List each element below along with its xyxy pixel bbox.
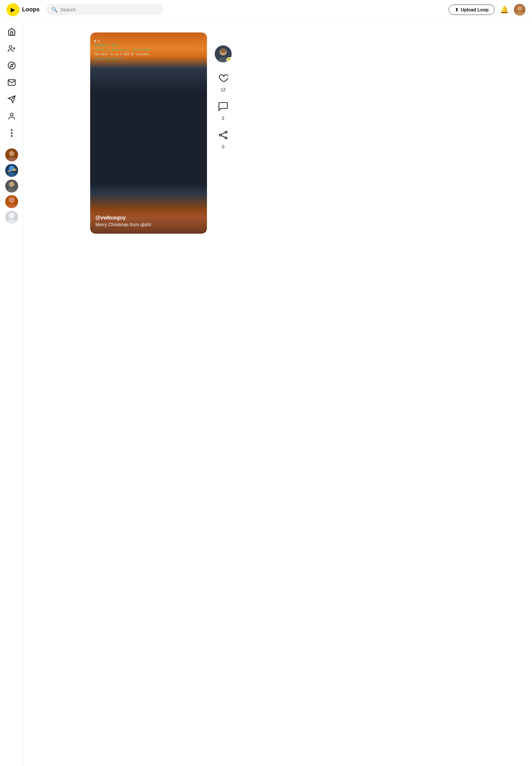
terminal-line-5: connected with 9 <box>94 56 150 61</box>
svg-point-21 <box>7 170 11 172</box>
search-icon: 🔍 <box>51 6 58 13</box>
video-username[interactable]: @vwbusguy <box>95 215 151 221</box>
sidebar-add-user[interactable] <box>5 42 19 56</box>
sidebar-profile[interactable] <box>5 109 19 123</box>
svg-point-11 <box>11 129 12 131</box>
svg-point-6 <box>8 62 15 69</box>
svg-point-29 <box>9 197 14 202</box>
sidebar-more[interactable] <box>5 126 19 140</box>
side-actions: + 12 2 <box>215 32 232 234</box>
story-avatar-1[interactable] <box>5 148 18 161</box>
sidebar-send[interactable] <box>5 92 19 106</box>
story-avatar-2[interactable] <box>5 164 18 177</box>
terminal-line-1: ● 9 <box>94 39 150 43</box>
svg-line-42 <box>221 136 225 138</box>
svg-point-10 <box>10 113 13 116</box>
svg-point-19 <box>8 172 16 176</box>
svg-point-25 <box>9 182 14 186</box>
story-avatar-4[interactable] <box>5 195 18 208</box>
svg-point-13 <box>11 135 12 137</box>
terminal-line-4: The best to go 5 650 97 seconds. <box>94 52 150 57</box>
story-avatar-5[interactable] <box>5 211 18 224</box>
share-button[interactable] <box>215 127 231 143</box>
main-content: ● 9 RUNNING 1 550. Listen to good music,… <box>23 19 298 247</box>
follow-dot: + <box>226 57 232 62</box>
svg-point-37 <box>220 48 226 53</box>
sidebar <box>0 19 23 383</box>
like-count: 12 <box>221 87 226 92</box>
svg-point-39 <box>219 134 221 136</box>
comment-count: 2 <box>222 115 224 121</box>
search-input[interactable] <box>60 7 158 12</box>
story-avatar-3[interactable] <box>5 179 18 192</box>
svg-line-41 <box>221 133 225 135</box>
comment-button[interactable] <box>215 99 231 114</box>
terminal-overlay: ● 9 RUNNING 1 550. Listen to good music,… <box>94 39 150 61</box>
comment-action: 2 <box>215 99 231 121</box>
sidebar-home[interactable] <box>5 25 19 39</box>
svg-point-15 <box>9 151 14 156</box>
share-count: 0 <box>222 144 224 149</box>
svg-point-40 <box>225 137 227 139</box>
terminal-line-3: Listen to good music, good games <box>94 48 150 52</box>
video-card: ● 9 RUNNING 1 550. Listen to good music,… <box>90 32 207 234</box>
header: ▶ Loops 🔍 ⬆ Upload Loop 🔔 <box>0 0 298 19</box>
svg-marker-7 <box>10 64 13 67</box>
sidebar-mail[interactable] <box>5 75 19 90</box>
logo-area[interactable]: ▶ Loops <box>6 3 40 16</box>
svg-point-20 <box>12 168 17 171</box>
svg-point-3 <box>9 45 12 48</box>
creator-avatar[interactable]: + <box>215 45 232 62</box>
search-area[interactable]: 🔍 <box>46 4 163 15</box>
video-caption: @vwbusguy Merry Christmas from qbsh! <box>95 215 151 227</box>
video-caption-text: Merry Christmas from qbsh! <box>95 222 151 227</box>
share-action: 0 <box>215 127 231 149</box>
sidebar-divider <box>6 144 18 144</box>
video-thumbnail[interactable]: ● 9 RUNNING 1 550. Listen to good music,… <box>90 32 207 234</box>
svg-point-38 <box>225 131 227 133</box>
svg-point-31 <box>9 213 15 218</box>
like-action: 12 <box>215 70 231 92</box>
svg-point-12 <box>11 132 12 134</box>
terminal-line-2: RUNNING 1 550. <box>94 43 150 48</box>
like-button[interactable] <box>215 70 231 86</box>
sidebar-explore[interactable] <box>5 58 19 73</box>
video-background <box>90 32 207 234</box>
logo-icon: ▶ <box>6 3 19 16</box>
logo-text: Loops <box>22 6 40 13</box>
